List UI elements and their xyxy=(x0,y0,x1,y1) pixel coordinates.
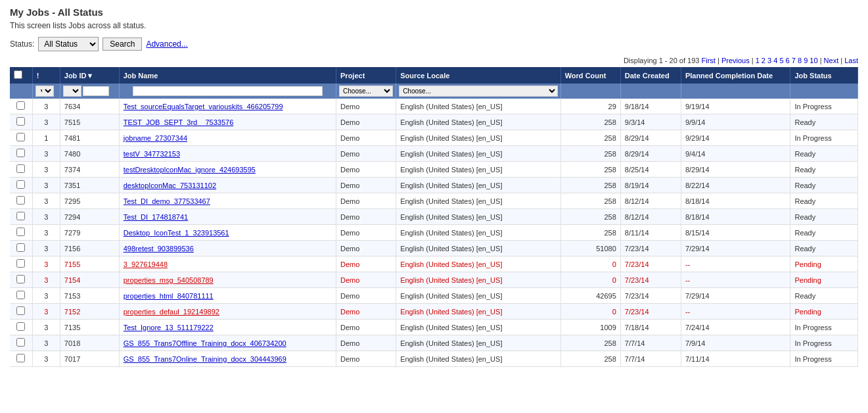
job-name-link[interactable]: GS_855_Trans7Offline_Training_docx_40673… xyxy=(124,339,286,347)
row-planned-completion: -- xyxy=(681,256,790,272)
row-job-name: 3_927619448 xyxy=(119,256,336,272)
pagination-page-2[interactable]: 2 xyxy=(762,57,765,64)
row-job-name: GS_855_Trans7Online_Training_docx_304443… xyxy=(119,351,336,367)
pagination-previous[interactable]: Previous xyxy=(721,57,750,64)
row-word-count: 0 xyxy=(560,304,620,320)
pagination-page-10[interactable]: 10 xyxy=(810,57,817,64)
job-name-link[interactable]: 3_927619448 xyxy=(124,260,168,268)
sourcelocale-filter-dropdown[interactable]: Choose... xyxy=(399,85,558,97)
jobname-filter-input[interactable] xyxy=(133,86,323,96)
pagination-page-4[interactable]: 4 xyxy=(773,57,777,64)
row-checkbox-cell xyxy=(10,241,32,256)
row-checkbox[interactable] xyxy=(16,243,25,252)
row-checkbox[interactable] xyxy=(16,259,25,268)
row-word-count: 258 xyxy=(560,225,620,241)
row-checkbox-cell xyxy=(10,178,32,193)
row-job-status: In Progress xyxy=(790,335,858,351)
jobname-header-label: Job Name xyxy=(124,72,158,80)
job-name-link[interactable]: properties_msg_540508789 xyxy=(124,276,214,284)
row-checkbox[interactable] xyxy=(16,275,25,283)
row-word-count: 29 xyxy=(560,99,620,114)
pagination-page-6[interactable]: 6 xyxy=(786,57,790,64)
page-container: My Jobs - All Status This screen lists J… xyxy=(0,0,868,374)
row-date-created: 7/23/14 xyxy=(620,272,681,288)
header-jobid-col[interactable]: Job ID▼ xyxy=(60,67,119,84)
row-checkbox[interactable] xyxy=(16,228,25,236)
row-word-count: 258 xyxy=(560,178,620,193)
pagination-last[interactable]: Last xyxy=(844,57,858,64)
row-checkbox-cell xyxy=(10,272,32,288)
job-name-link[interactable]: testDresktopIconMac_ignore_424693595 xyxy=(124,166,256,174)
advanced-link[interactable]: Advanced... xyxy=(146,39,187,49)
job-name-link[interactable]: jobname_27307344 xyxy=(124,134,187,142)
row-checkbox[interactable] xyxy=(16,149,25,157)
filter-bar: Status: All Status In Progress Ready Pen… xyxy=(10,37,858,51)
header-project-col[interactable]: Project xyxy=(336,67,396,84)
priority-filter-dropdown[interactable]: ▼ xyxy=(35,85,54,97)
row-job-status: In Progress xyxy=(790,351,858,367)
header-jobstatus-col[interactable]: Job Status xyxy=(790,67,858,84)
row-date-created: 9/18/14 xyxy=(620,99,681,114)
job-name-link[interactable]: properties_defaul_192149892 xyxy=(124,308,219,316)
job-name-link[interactable]: TEST_JOB_SEPT_3rd__7533576 xyxy=(124,118,234,126)
header-plannedcompletion-col[interactable]: Planned Completion Date xyxy=(681,67,790,84)
row-checkbox-cell xyxy=(10,335,32,351)
row-job-status: Ready xyxy=(790,178,858,193)
row-date-created: 7/23/14 xyxy=(620,304,681,320)
job-name-link[interactable]: desktopIconMac_753131102 xyxy=(124,182,216,189)
job-name-link[interactable]: Test_DI_demo_377533467 xyxy=(124,197,210,205)
row-project: Demo xyxy=(336,304,396,320)
row-checkbox-cell xyxy=(10,114,32,130)
job-name-link[interactable]: 498retest_903899536 xyxy=(124,245,194,253)
pagination-page-8[interactable]: 8 xyxy=(798,57,802,64)
table-row: 3 7515 TEST_JOB_SEPT_3rd__7533576 Demo E… xyxy=(10,114,858,130)
pagination-next[interactable]: Next xyxy=(824,57,839,64)
jobid-filter-input[interactable] xyxy=(83,86,109,96)
row-date-created: 9/3/14 xyxy=(620,114,681,130)
row-source-locale: English (United States) [en_US] xyxy=(396,209,561,225)
job-name-link[interactable]: GS_855_Trans7Online_Training_docx_304443… xyxy=(124,355,286,363)
row-word-count: 0 xyxy=(560,272,620,288)
job-name-link[interactable]: properties_html_840781111 xyxy=(124,292,214,300)
job-name-link[interactable]: Desktop_IconTest_1_323913561 xyxy=(124,229,229,237)
row-project: Demo xyxy=(336,99,396,114)
row-source-locale: English (United States) [en_US] xyxy=(396,130,561,146)
row-job-status: In Progress xyxy=(790,130,858,146)
pagination-page-7[interactable]: 7 xyxy=(792,57,796,64)
select-all-checkbox[interactable] xyxy=(14,70,22,79)
pagination-page-3[interactable]: 3 xyxy=(767,57,771,64)
row-date-created: 7/7/14 xyxy=(620,351,681,367)
header-sourcelocale-col[interactable]: Source Locale xyxy=(396,67,561,84)
project-filter-dropdown[interactable]: Choose... xyxy=(339,85,393,97)
job-name-link[interactable]: Test_DI_174818741 xyxy=(124,213,188,221)
jobid-operator-dropdown[interactable]: = xyxy=(63,85,81,97)
row-checkbox[interactable] xyxy=(16,180,25,189)
pagination-page-9[interactable]: 9 xyxy=(804,57,808,64)
row-checkbox[interactable] xyxy=(16,306,25,315)
row-word-count: 258 xyxy=(560,193,620,209)
pagination-page-1[interactable]: 1 xyxy=(756,57,760,64)
header-wordcount-col[interactable]: Word Count xyxy=(560,67,620,84)
pagination-first[interactable]: First xyxy=(702,57,716,64)
row-checkbox[interactable] xyxy=(16,291,25,299)
row-checkbox[interactable] xyxy=(16,117,25,126)
pagination-page-5[interactable]: 5 xyxy=(779,57,783,64)
row-job-status: Pending xyxy=(790,304,858,320)
row-checkbox-cell xyxy=(10,320,32,335)
row-checkbox[interactable] xyxy=(16,338,25,347)
header-jobname-col[interactable]: Job Name xyxy=(119,67,336,84)
row-checkbox-cell xyxy=(10,225,32,241)
row-checkbox[interactable] xyxy=(16,322,25,331)
row-checkbox[interactable] xyxy=(16,133,25,141)
search-button[interactable]: Search xyxy=(103,37,142,51)
row-checkbox[interactable] xyxy=(16,196,25,205)
status-dropdown[interactable]: All Status In Progress Ready Pending Com… xyxy=(38,37,99,51)
job-name-link[interactable]: Test_sourceEqualsTarget_variouskits_4662… xyxy=(124,103,283,110)
row-checkbox[interactable] xyxy=(16,164,25,173)
row-checkbox[interactable] xyxy=(16,354,25,362)
job-name-link[interactable]: Test_Ignore_13_511179222 xyxy=(124,324,214,331)
job-name-link[interactable]: testV_347732153 xyxy=(124,150,180,158)
row-checkbox[interactable] xyxy=(16,212,25,220)
row-checkbox[interactable] xyxy=(16,101,25,110)
header-datecreated-col[interactable]: Date Created xyxy=(620,67,681,84)
